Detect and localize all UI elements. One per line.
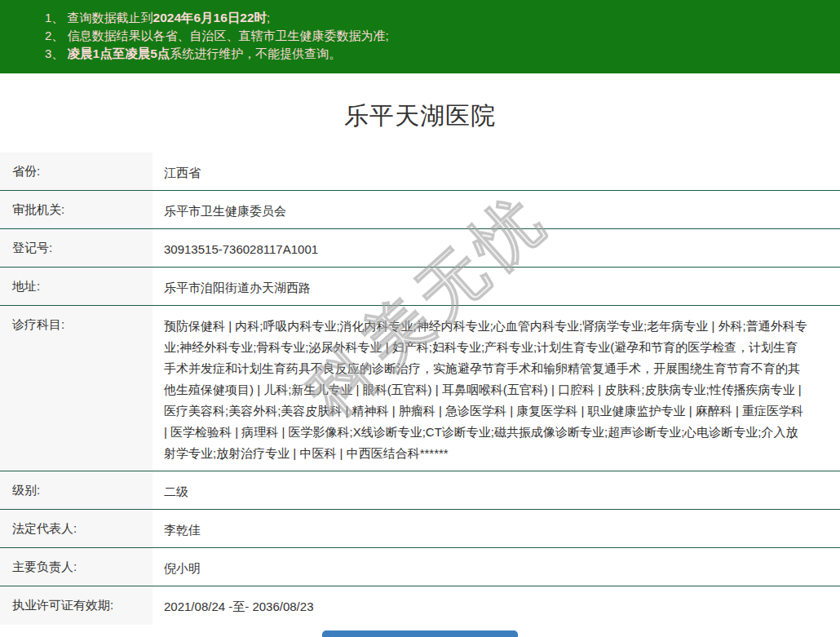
notice-banner: 1、 查询数据截止到2024年6月16日22时; 2、 信息数据结果以各省、自治…: [0, 0, 840, 73]
row-value: 李乾佳: [153, 510, 840, 547]
row-value: 江西省: [153, 153, 840, 190]
notice-line-3: 3、 凌晨1点至凌晨5点系统进行维护，不能提供查询。: [45, 45, 832, 63]
row-label: 主要负责人:: [0, 548, 153, 586]
row-label: 省份:: [0, 153, 153, 190]
row-label: 执业许可证有效期:: [0, 586, 153, 625]
notice-line-3-bold: 凌晨1点至凌晨5点: [68, 46, 170, 60]
row-value: 预防保健科 | 内科;呼吸内科专业;消化内科专业;神经内科专业;心血管内科专业;…: [153, 306, 840, 471]
notice-line-1-bold: 2024年6月16日22时: [153, 11, 267, 24]
row-label: 登记号:: [0, 229, 153, 267]
row-label: 地址:: [0, 268, 153, 305]
row-label: 审批机关:: [0, 191, 153, 228]
row-value: 乐平市洎阳街道办天湖西路: [153, 268, 840, 305]
row-label: 诊疗科目:: [0, 306, 153, 471]
row-value: 30913515-736028117A1001: [153, 229, 840, 267]
row-value: 乐平市卫生健康委员会: [153, 191, 840, 228]
table-row-province: 省份: 江西省: [0, 153, 840, 191]
row-label: 级别:: [0, 471, 153, 509]
hospital-detail-page: 1、 查询数据截止到2024年6月16日22时; 2、 信息数据结果以各省、自治…: [0, 0, 840, 637]
page-title: 乐平天湖医院: [0, 100, 840, 133]
table-row-person-in-charge: 主要负责人: 倪小明: [0, 548, 840, 586]
notice-line-3-post: 系统进行维护，不能提供查询。: [170, 46, 341, 60]
notice-line-1-post: ;: [267, 11, 270, 24]
notice-line-3-pre: 3、: [45, 46, 68, 60]
notice-line-1: 1、 查询数据截止到2024年6月16日22时;: [45, 9, 832, 27]
row-value: 倪小明: [153, 548, 840, 586]
table-row-license-validity: 执业许可证有效期: 2021/08/24 -至- 2036/08/23: [0, 586, 840, 625]
notice-line-2: 2、 信息数据结果以各省、自治区、直辖市卫生健康委数据为准;: [45, 27, 832, 45]
table-row-address: 地址: 乐平市洎阳街道办天湖西路: [0, 268, 840, 306]
close-window-button[interactable]: 【关闭窗口】: [322, 630, 518, 637]
table-row-level: 级别: 二级: [0, 471, 840, 510]
table-row-approval-authority: 审批机关: 乐平市卫生健康委员会: [0, 191, 840, 229]
row-value: 二级: [153, 471, 840, 509]
notice-line-2-pre: 2、 信息数据结果以各省、自治区、直辖市卫生健康委数据为准;: [45, 29, 389, 42]
notice-line-1-pre: 1、 查询数据截止到: [45, 11, 153, 24]
row-value: 2021/08/24 -至- 2036/08/23: [153, 586, 840, 625]
table-row-registration-number: 登记号: 30913515-736028117A1001: [0, 229, 840, 268]
row-label: 法定代表人:: [0, 510, 153, 547]
detail-table: 省份: 江西省 审批机关: 乐平市卫生健康委员会 登记号: 30913515-7…: [0, 153, 840, 625]
table-row-medical-subjects: 诊疗科目: 预防保健科 | 内科;呼吸内科专业;消化内科专业;神经内科专业;心血…: [0, 306, 840, 471]
table-row-legal-representative: 法定代表人: 李乾佳: [0, 510, 840, 548]
page-footer: 【关闭窗口】 ©本图由平台注册用户上传: [0, 630, 840, 637]
